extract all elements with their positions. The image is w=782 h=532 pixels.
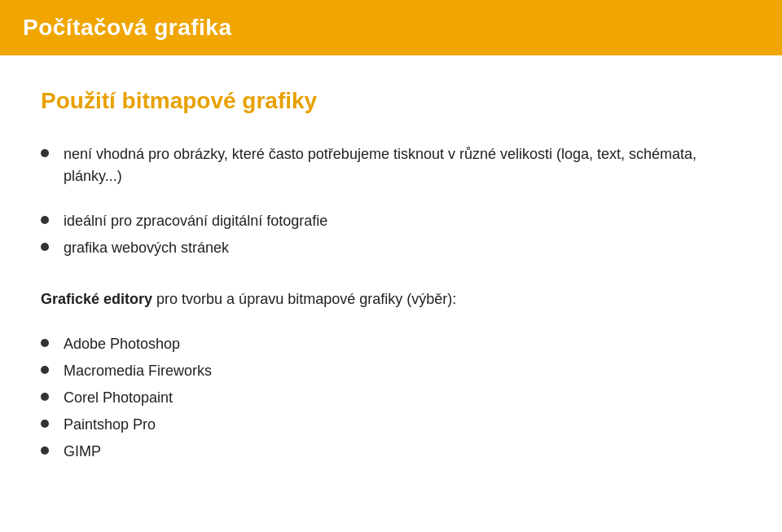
list-item: GIMP: [41, 441, 741, 463]
bullet-dot-icon: [41, 243, 49, 251]
editor-name: GIMP: [64, 441, 101, 463]
header-title: Počítačová grafika: [23, 15, 231, 40]
bullet-dot-icon: [41, 216, 49, 224]
bullets-top-section: není vhodná pro obrázky, které často pot…: [41, 143, 741, 187]
bullet-text: grafika webových stránek: [64, 237, 229, 259]
list-item: Adobe Photoshop: [41, 333, 741, 355]
section-label-bold: Grafické editory: [41, 291, 152, 307]
list-item: Corel Photopaint: [41, 387, 741, 409]
bullet-dot-icon: [41, 339, 49, 347]
bullet-dot-icon: [41, 393, 49, 401]
page-title: Použití bitmapové grafiky: [41, 88, 741, 114]
bullet-dot-icon: [41, 366, 49, 374]
editor-name: Paintshop Pro: [64, 414, 156, 436]
section-label-rest: pro tvorbu a úpravu bitmapové grafiky (v…: [152, 291, 456, 307]
editor-name: Adobe Photoshop: [64, 333, 180, 355]
bullet-text: není vhodná pro obrázky, které často pot…: [64, 143, 741, 187]
list-item: Macromedia Fireworks: [41, 360, 741, 382]
header-bar: Počítačová grafika: [0, 0, 782, 55]
bullet-dot-icon: [41, 420, 49, 428]
bullet-dot-icon: [41, 446, 49, 455]
editor-name: Corel Photopaint: [64, 387, 173, 409]
list-item: grafika webových stránek: [41, 237, 741, 259]
bullet-text: ideální pro zpracování digitální fotogra…: [64, 210, 327, 232]
list-item: Paintshop Pro: [41, 414, 741, 436]
section-label: Grafické editory pro tvorbu a úpravu bit…: [41, 288, 741, 310]
bullets-middle-section: ideální pro zpracování digitální fotogra…: [41, 210, 741, 259]
list-item: není vhodná pro obrázky, které často pot…: [41, 143, 741, 187]
bullet-dot-icon: [41, 149, 49, 157]
list-item: ideální pro zpracování digitální fotogra…: [41, 210, 741, 232]
content: Použití bitmapové grafiky není vhodná pr…: [0, 55, 782, 500]
editor-name: Macromedia Fireworks: [64, 360, 212, 382]
editors-list: Adobe Photoshop Macromedia Fireworks Cor…: [41, 333, 741, 463]
